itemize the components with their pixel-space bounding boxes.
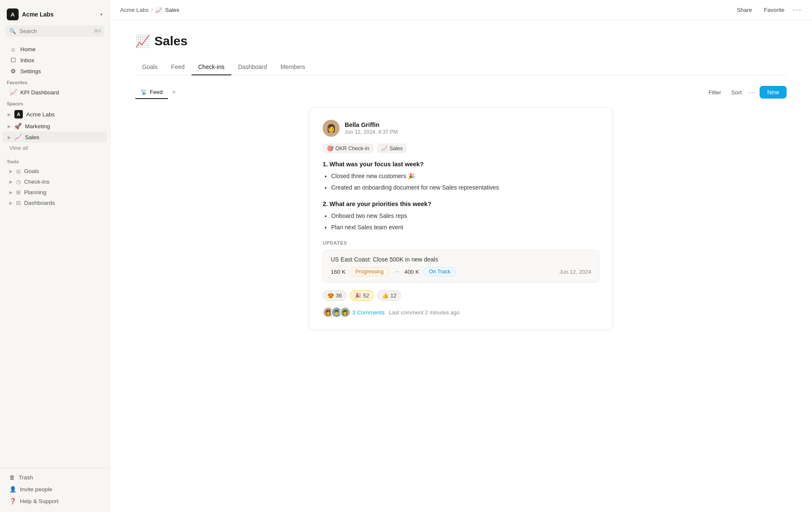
progressing-badge: Progressing xyxy=(350,267,389,276)
add-view-button[interactable]: + xyxy=(168,85,180,99)
more-options-button[interactable]: ··· xyxy=(749,88,756,97)
sidebar-item-settings[interactable]: ⚙ Settings xyxy=(3,66,107,77)
checkins-icon: ◷ xyxy=(16,179,21,185)
breadcrumb: Acme Labs / 📈 Sales xyxy=(120,7,179,14)
feed-icon: 📡 xyxy=(140,89,147,95)
updates-section: UPDATES US East Coast: Close 500K in new… xyxy=(323,240,599,283)
favorite-button[interactable]: Favorite xyxy=(760,5,788,15)
sidebar-item-label: Inbox xyxy=(20,57,100,63)
update-row: US East Coast: Close 500K in new deals 1… xyxy=(323,250,599,283)
update-title: US East Coast: Close 500K in new deals xyxy=(331,256,591,263)
tab-dashboard[interactable]: Dashboard xyxy=(231,60,274,75)
sidebar-item-inbox[interactable]: ☐ Inbox xyxy=(3,55,107,66)
more-options-icon[interactable]: ··· xyxy=(793,6,802,14)
chevron-right-icon: ▶ xyxy=(9,190,13,195)
comment-avatar: 👩 xyxy=(340,307,351,318)
reaction-celebrate[interactable]: 🎉 52 xyxy=(350,290,373,301)
chevron-right-icon: ▶ xyxy=(9,179,13,184)
sidebar-item-home[interactable]: ⌂ Home xyxy=(3,44,107,55)
search-icon: 🔍 xyxy=(9,28,16,34)
trash-icon: 🗑 xyxy=(9,474,15,481)
planning-icon: ⊞ xyxy=(16,189,21,195)
ontrack-badge: On Track xyxy=(423,267,456,276)
search-bar[interactable]: 🔍 ⌘K xyxy=(5,25,104,37)
card-section-q1: 1. What was your focus last week? Closed… xyxy=(323,161,599,192)
okr-tag-emoji: 🎯 xyxy=(327,145,334,151)
breadcrumb-workspace[interactable]: Acme Labs xyxy=(120,7,149,13)
sidebar-item-label: Home xyxy=(20,46,100,52)
tab-check-ins[interactable]: Check-ins xyxy=(192,60,231,75)
toolbar: 📡 Feed + Filter Sort ··· New xyxy=(135,85,787,99)
new-button[interactable]: New xyxy=(760,86,787,99)
reaction-thumbsup[interactable]: 👍 12 xyxy=(377,290,401,301)
comments-meta: Last comment 2 minutes ago xyxy=(389,309,460,316)
reaction-count: 12 xyxy=(390,292,396,299)
sidebar-item-label: Marketing xyxy=(25,123,100,129)
breadcrumb-page-emoji: 📈 xyxy=(155,7,162,14)
toolbar-tab-feed[interactable]: 📡 Feed xyxy=(135,86,168,99)
dashboards-icon: ⊟ xyxy=(16,200,21,206)
sales-tag-label: Sales xyxy=(390,146,403,151)
sidebar-item-kpi-dashboard[interactable]: 📈 KPI Dashboard xyxy=(3,87,107,98)
sidebar-item-sales[interactable]: ▶ 📈 Sales xyxy=(3,132,107,143)
search-input[interactable] xyxy=(19,28,91,34)
sidebar-item-invite-people[interactable]: 👤 Invite people xyxy=(3,483,107,495)
inbox-icon: ☐ xyxy=(9,57,17,63)
tab-feed[interactable]: Feed xyxy=(165,60,192,75)
card-tag-okr[interactable]: 🎯 OKR Check-in xyxy=(323,143,373,153)
goals-icon: ◎ xyxy=(16,168,21,174)
sidebar-item-help-support[interactable]: ❓ Help & Support xyxy=(3,495,107,507)
filter-button[interactable]: Filter xyxy=(705,87,724,98)
view-all-spaces[interactable]: View all xyxy=(3,143,107,153)
reaction-count: 52 xyxy=(363,292,369,299)
tab-members[interactable]: Members xyxy=(274,60,312,75)
update-date: Jun 12, 2024 xyxy=(560,269,591,275)
list-item: Closed three new customers 🎉 xyxy=(331,172,599,181)
sidebar-item-label: Settings xyxy=(20,68,100,74)
main-content: Acme Labs / 📈 Sales Share Favorite ··· 📈… xyxy=(110,0,812,512)
comments-link[interactable]: 3 Comments xyxy=(352,309,385,316)
card-question-2: 2. What are your priorities this week? xyxy=(323,201,599,207)
toolbar-right: Filter Sort ··· New xyxy=(705,86,787,99)
card-bullets-q1: Closed three new customers 🎉 Created an … xyxy=(323,172,599,192)
topbar-actions: Share Favorite ··· xyxy=(733,5,802,15)
workspace-switcher[interactable]: A Acme Labs ▾ xyxy=(0,5,110,25)
chevron-right-icon: ▶ xyxy=(8,112,11,117)
space-icon-sales: 📈 xyxy=(14,134,22,140)
sidebar-item-dashboards[interactable]: ▶ ⊟ Dashboards xyxy=(3,198,107,208)
spaces-label: Spaces xyxy=(0,99,110,108)
help-icon: ❓ xyxy=(9,498,16,504)
share-button[interactable]: Share xyxy=(733,5,755,15)
sidebar-item-label: KPI Dashboard xyxy=(20,89,100,96)
sidebar-item-trash[interactable]: 🗑 Trash xyxy=(3,472,107,483)
sidebar-item-acme-labs[interactable]: ▶ A Acme Labs xyxy=(3,108,107,121)
breadcrumb-separator: / xyxy=(151,7,153,13)
tab-goals[interactable]: Goals xyxy=(135,60,165,75)
workspace-icon: A xyxy=(7,8,19,20)
sidebar-item-label: Invite people xyxy=(20,486,52,493)
list-item: Plan next Sales team event xyxy=(331,223,599,232)
comment-avatars: 👩 👨 👩 xyxy=(323,307,348,318)
sidebar-item-marketing[interactable]: ▶ 🚀 Marketing xyxy=(3,121,107,132)
toolbar-tab-label: Feed xyxy=(150,89,163,95)
card-author-info: Bella Griffin Jun 12, 2024, 4:37 PM xyxy=(345,121,398,135)
sidebar-item-planning[interactable]: ▶ ⊞ Planning xyxy=(3,187,107,198)
reaction-love[interactable]: 😍 36 xyxy=(323,290,346,301)
sidebar: A Acme Labs ▾ 🔍 ⌘K ⌂ Home ☐ Inbox ⚙ Sett… xyxy=(0,0,110,512)
sidebar-item-label: Trash xyxy=(19,474,33,481)
chevron-right-icon: ▶ xyxy=(9,201,13,205)
reaction-emoji: 😍 xyxy=(327,292,334,299)
sidebar-item-check-ins[interactable]: ▶ ◷ Check-ins xyxy=(3,176,107,187)
chevron-right-icon: ▶ xyxy=(8,124,11,129)
sales-tag-emoji: 📈 xyxy=(381,145,388,151)
comments-row: 👩 👨 👩 3 Comments Last comment 2 minutes … xyxy=(323,307,599,318)
home-icon: ⌂ xyxy=(9,46,17,52)
sidebar-item-goals[interactable]: ▶ ◎ Goals xyxy=(3,166,107,176)
reactions-row: 😍 36 🎉 52 👍 12 xyxy=(323,290,599,301)
breadcrumb-page[interactable]: Sales xyxy=(165,7,179,13)
chart-icon: 📈 xyxy=(9,89,17,96)
sort-button[interactable]: Sort xyxy=(728,87,745,98)
toolbar-left: 📡 Feed + xyxy=(135,85,180,99)
card-tag-sales[interactable]: 📈 Sales xyxy=(377,143,407,153)
okr-tag-label: OKR Check-in xyxy=(335,146,369,151)
